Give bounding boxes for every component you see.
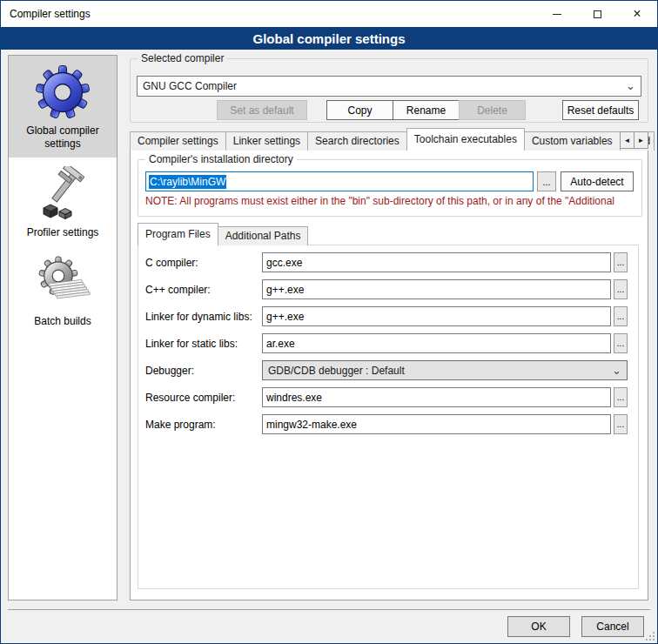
- linker-dynamic-browse-button[interactable]: ...: [614, 306, 628, 326]
- page-title: Global compiler settings: [252, 31, 405, 46]
- field-label: Linker for static libs:: [145, 338, 262, 350]
- compiler-actions-row: Set as default Copy Rename Delete Reset …: [130, 100, 648, 120]
- sidebar-item-profiler-settings[interactable]: Profiler settings: [9, 158, 117, 246]
- chevron-down-icon: ⌄: [626, 82, 635, 91]
- field-row-debugger: Debugger: GDB/CDB debugger : Default ⌄: [145, 360, 628, 380]
- dialog-header: Global compiler settings: [1, 27, 657, 50]
- toolchain-executables-page: Compiler's installation directory C:\ray…: [130, 150, 648, 600]
- install-dir-note: NOTE: All programs must exist either in …: [145, 195, 640, 207]
- group-title: Compiler's installation directory: [145, 153, 297, 165]
- selected-compiler-dropdown[interactable]: GNU GCC Compiler ⌄: [137, 76, 641, 97]
- tab-compiler-settings[interactable]: Compiler settings: [130, 131, 226, 151]
- gray-gear-papers-icon: [35, 255, 91, 311]
- field-label: C++ compiler:: [145, 284, 262, 296]
- make-program-input[interactable]: [262, 414, 611, 434]
- field-row-cpp-compiler: C++ compiler: ...: [145, 279, 628, 299]
- tab-linker-settings[interactable]: Linker settings: [225, 131, 308, 151]
- install-dir-group: Compiler's installation directory C:\ray…: [138, 159, 642, 217]
- field-label: C compiler:: [145, 257, 262, 269]
- field-row-linker-dynamic: Linker for dynamic libs: ...: [145, 306, 628, 326]
- cpp-compiler-input[interactable]: [262, 279, 611, 299]
- tab-custom-variables[interactable]: Custom variables: [524, 131, 621, 151]
- install-dir-browse-button[interactable]: ...: [537, 171, 556, 191]
- sidebar-item-global-compiler-settings[interactable]: Global compiler settings: [9, 56, 117, 158]
- field-row-c-compiler: C compiler: ...: [145, 252, 628, 272]
- resource-compiler-browse-button[interactable]: ...: [614, 387, 628, 407]
- program-files-panel: C compiler: ... C++ compiler: ... Linker…: [138, 245, 639, 589]
- field-label: Debugger:: [145, 365, 262, 377]
- field-label: Resource compiler:: [145, 392, 262, 404]
- minimize-button[interactable]: [537, 1, 577, 27]
- chevron-down-icon: ⌄: [612, 366, 621, 375]
- settings-tabs: Compiler settings Linker settings Search…: [130, 128, 655, 151]
- rename-button[interactable]: Rename: [393, 100, 460, 120]
- sidebar-item-label: Profiler settings: [10, 226, 115, 239]
- sidebar-item-label: Batch builds: [10, 315, 115, 328]
- reset-defaults-button[interactable]: Reset defaults: [562, 100, 639, 120]
- field-label: Make program:: [145, 419, 262, 431]
- settings-category-list: Global compiler settings: [8, 55, 118, 600]
- resize-grip[interactable]: [646, 632, 655, 641]
- compiler-settings-dialog: Compiler settings × Global compiler sett…: [0, 0, 658, 644]
- field-row-linker-static: Linker for static libs: ...: [145, 333, 628, 353]
- copy-button[interactable]: Copy: [326, 100, 393, 120]
- toolchain-subtabs: Program Files Additional Paths: [138, 224, 308, 245]
- caliper-icon: [35, 166, 91, 222]
- tab-search-directories[interactable]: Search directories: [307, 131, 407, 151]
- maximize-button[interactable]: [577, 1, 617, 27]
- ok-button[interactable]: OK: [507, 616, 570, 637]
- blue-gear-icon: [35, 64, 91, 120]
- sidebar-item-label: Global compiler settings: [10, 124, 115, 151]
- cancel-button[interactable]: Cancel: [581, 616, 644, 637]
- autodetect-button[interactable]: Auto-detect: [561, 171, 634, 191]
- subtab-additional-paths[interactable]: Additional Paths: [218, 226, 309, 245]
- tab-toolchain-executables[interactable]: Toolchain executables: [406, 128, 525, 151]
- install-dir-input[interactable]: C:\raylib\MinGW: [145, 171, 534, 191]
- linker-dynamic-input[interactable]: [262, 306, 611, 326]
- minimize-icon: [553, 14, 561, 15]
- resource-compiler-input[interactable]: [262, 387, 611, 407]
- sidebar-item-batch-builds[interactable]: Batch builds: [9, 246, 117, 335]
- tab-scroll-left-icon[interactable]: ◄: [620, 131, 634, 149]
- window-title: Compiler settings: [1, 8, 91, 20]
- set-as-default-button: Set as default: [217, 100, 307, 120]
- tab-scroll-arrows: ◄ ►: [621, 131, 648, 149]
- maximize-icon: [594, 10, 601, 18]
- close-icon: ×: [633, 7, 641, 21]
- make-program-browse-button[interactable]: ...: [614, 414, 628, 434]
- linker-static-browse-button[interactable]: ...: [614, 333, 628, 353]
- debugger-value: GDB/CDB debugger : Default: [268, 365, 608, 377]
- c-compiler-browse-button[interactable]: ...: [614, 252, 628, 272]
- cpp-compiler-browse-button[interactable]: ...: [614, 279, 628, 299]
- close-button[interactable]: ×: [617, 1, 657, 27]
- install-dir-value: C:\raylib\MinGW: [149, 175, 226, 189]
- footer-divider: [8, 609, 650, 610]
- group-title: Selected compiler: [138, 52, 227, 64]
- debugger-dropdown[interactable]: GDB/CDB debugger : Default ⌄: [262, 360, 628, 380]
- subtab-program-files[interactable]: Program Files: [138, 223, 218, 245]
- field-label: Linker for dynamic libs:: [145, 311, 262, 323]
- titlebar: Compiler settings ×: [1, 1, 657, 27]
- linker-static-input[interactable]: [262, 333, 611, 353]
- c-compiler-input[interactable]: [262, 252, 611, 272]
- field-row-make-program: Make program: ...: [145, 414, 628, 434]
- field-row-resource-compiler: Resource compiler: ...: [145, 387, 628, 407]
- tab-scroll-right-icon[interactable]: ►: [634, 131, 648, 149]
- selected-compiler-value: GNU GCC Compiler: [143, 80, 622, 92]
- delete-button: Delete: [459, 100, 526, 120]
